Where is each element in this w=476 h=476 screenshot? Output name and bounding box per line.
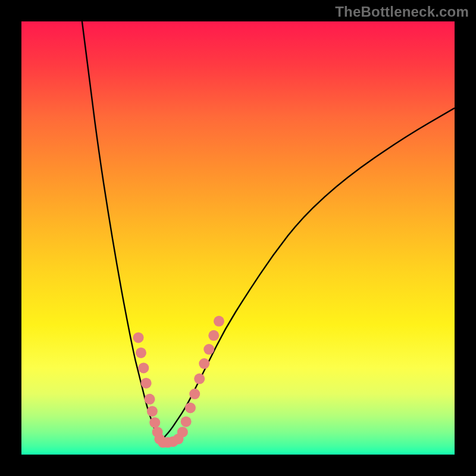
marker-point xyxy=(138,362,149,373)
chart-frame: TheBottleneck.com xyxy=(0,0,476,476)
curve-right xyxy=(160,108,455,442)
marker-point xyxy=(181,416,192,427)
marker-point xyxy=(149,417,160,428)
marker-point xyxy=(208,330,219,341)
markers-group xyxy=(133,316,224,448)
marker-point xyxy=(194,374,205,384)
marker-point xyxy=(214,316,224,327)
marker-point xyxy=(136,347,146,358)
plot-area xyxy=(21,21,455,455)
marker-point xyxy=(203,344,214,355)
marker-point xyxy=(199,358,209,369)
marker-point xyxy=(144,394,155,405)
chart-svg xyxy=(21,21,455,455)
marker-point xyxy=(177,427,188,437)
marker-point xyxy=(185,402,196,413)
marker-point xyxy=(141,378,152,389)
marker-point xyxy=(133,332,144,343)
marker-point xyxy=(189,389,200,399)
series-right-path xyxy=(160,108,455,442)
watermark-text: TheBottleneck.com xyxy=(335,4,469,20)
marker-point xyxy=(147,406,158,416)
